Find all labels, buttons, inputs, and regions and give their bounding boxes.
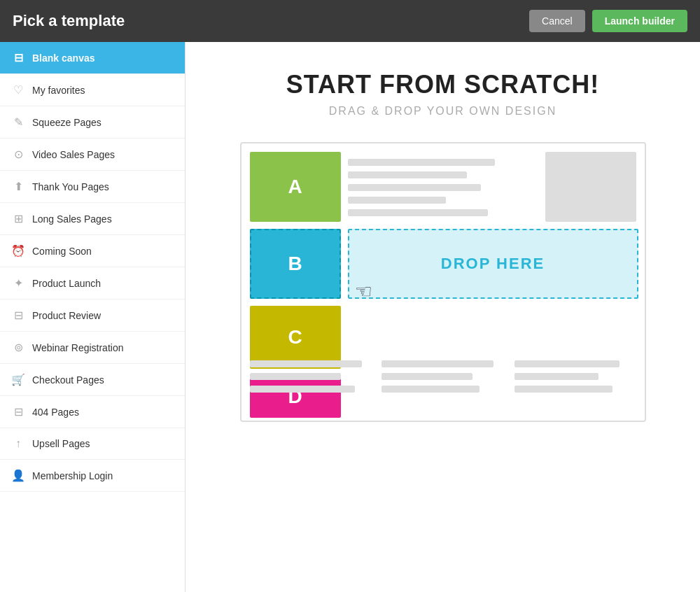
bottom-line-7 [514, 360, 620, 367]
sidebar-label-product-review: Product Review [32, 310, 101, 321]
sidebar-label-webinar-registration: Webinar Registration [32, 342, 123, 353]
bottom-line-9 [514, 386, 612, 393]
sidebar-icon-product-launch: ✦ [11, 276, 25, 290]
bottom-line-5 [382, 373, 472, 380]
sidebar-icon-squeeze-pages: ✎ [11, 115, 25, 129]
sidebar-item-blank-canvas[interactable]: ⊟ Blank canvas [0, 42, 185, 74]
main-layout: ⊟ Blank canvas ♡ My favorites ✎ Squeeze … [0, 42, 700, 592]
sidebar-item-webinar-registration[interactable]: ⊚ Webinar Registration [0, 332, 185, 364]
sidebar-label-checkout-pages: Checkout Pages [32, 374, 104, 386]
sidebar-label-404-pages: 404 Pages [32, 407, 79, 418]
sidebar-label-membership-login: Membership Login [32, 470, 113, 481]
sidebar-item-my-favorites[interactable]: ♡ My favorites [0, 74, 185, 106]
sidebar-icon-upsell-pages: ↑ [11, 437, 25, 450]
drop-zone[interactable]: DROP HERE [348, 229, 638, 299]
sidebar-item-checkout-pages[interactable]: 🛒 Checkout Pages [0, 364, 185, 396]
bottom-line-2 [250, 373, 341, 380]
illustration: A B DROP HERE ☞ C [240, 142, 646, 422]
sidebar: ⊟ Blank canvas ♡ My favorites ✎ Squeeze … [0, 42, 186, 592]
content-subtitle: DRAG & DROP YOUR OWN DESIGN [329, 105, 556, 118]
text-line-1 [348, 159, 495, 166]
sidebar-item-video-sales-pages[interactable]: ⊙ Video Sales Pages [0, 139, 185, 171]
block-d: D [250, 376, 341, 418]
sidebar-icon-checkout-pages: 🛒 [11, 373, 25, 386]
text-line-4 [348, 197, 446, 204]
sidebar-icon-blank-canvas: ⊟ [11, 51, 25, 64]
sidebar-item-long-sales-pages[interactable]: ⊞ Long Sales Pages [0, 203, 185, 235]
text-line-5 [348, 209, 488, 216]
sidebar-label-blank-canvas: Blank canvas [32, 52, 95, 64]
header: Pick a template Cancel Launch builder [0, 0, 700, 42]
sidebar-item-membership-login[interactable]: 👤 Membership Login [0, 460, 185, 492]
sidebar-icon-product-review: ⊟ [11, 309, 25, 322]
sidebar-icon-404-pages: ⊟ [11, 405, 25, 418]
bottom-line-1 [250, 360, 362, 367]
sidebar-label-coming-soon: Coming Soon [32, 246, 92, 257]
sidebar-item-product-launch[interactable]: ✦ Product Launch [0, 267, 185, 299]
sidebar-label-squeeze-pages: Squeeze Pages [32, 117, 102, 128]
sidebar-icon-coming-soon: ⏰ [11, 244, 25, 258]
sidebar-label-my-favorites: My favorites [32, 85, 85, 96]
bottom-line-4 [382, 360, 493, 367]
sidebar-item-thank-you-pages[interactable]: ⬆ Thank You Pages [0, 171, 185, 203]
cancel-button[interactable]: Cancel [529, 10, 585, 32]
sidebar-item-404-pages[interactable]: ⊟ 404 Pages [0, 396, 185, 428]
sidebar-icon-long-sales-pages: ⊞ [11, 212, 25, 225]
content-main-title: START FROM SCRATCH! [286, 70, 600, 99]
sidebar-icon-video-sales-pages: ⊙ [11, 148, 25, 161]
text-line-2 [348, 171, 467, 178]
sidebar-item-squeeze-pages[interactable]: ✎ Squeeze Pages [0, 106, 185, 139]
block-c: C [250, 306, 341, 369]
launch-builder-button[interactable]: Launch builder [592, 10, 687, 32]
sidebar-label-video-sales-pages: Video Sales Pages [32, 149, 115, 160]
gray-placeholder-box [545, 152, 636, 222]
sidebar-icon-webinar-registration: ⊚ [11, 341, 25, 354]
sidebar-icon-thank-you-pages: ⬆ [11, 180, 25, 193]
bottom-line-8 [514, 373, 598, 380]
sidebar-icon-membership-login: 👤 [11, 469, 25, 482]
sidebar-icon-my-favorites: ♡ [11, 83, 25, 97]
sidebar-label-upsell-pages: Upsell Pages [32, 438, 90, 449]
block-b: B [250, 229, 341, 299]
cursor-icon: ☞ [355, 280, 372, 303]
bottom-line-3 [250, 386, 355, 393]
block-a: A [250, 152, 341, 222]
sidebar-item-coming-soon[interactable]: ⏰ Coming Soon [0, 235, 185, 267]
text-line-3 [348, 184, 481, 191]
sidebar-item-upsell-pages[interactable]: ↑ Upsell Pages [0, 428, 185, 460]
bottom-line-6 [382, 386, 479, 393]
sidebar-label-long-sales-pages: Long Sales Pages [32, 213, 112, 225]
header-buttons: Cancel Launch builder [529, 10, 687, 32]
sidebar-item-product-review[interactable]: ⊟ Product Review [0, 299, 185, 332]
content-area: START FROM SCRATCH! DRAG & DROP YOUR OWN… [186, 42, 700, 592]
sidebar-label-thank-you-pages: Thank You Pages [32, 181, 109, 192]
page-title: Pick a template [13, 12, 125, 30]
sidebar-label-product-launch: Product Launch [32, 278, 101, 289]
